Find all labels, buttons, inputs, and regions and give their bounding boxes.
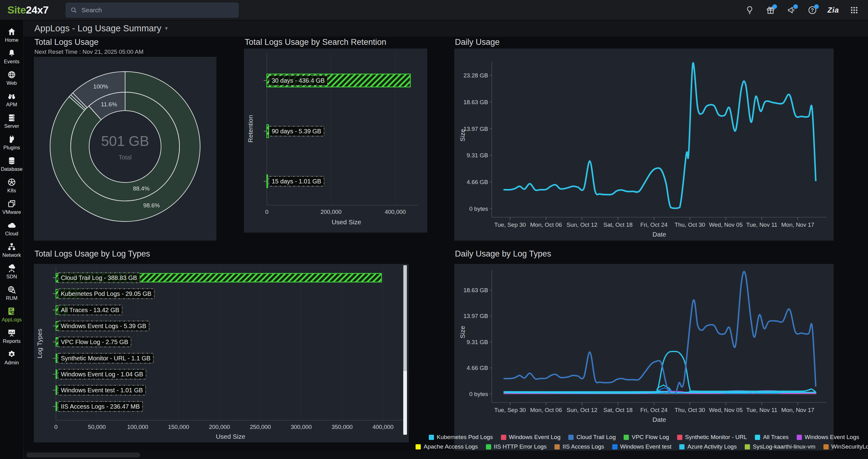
panel-title: Daily Usage — [455, 37, 500, 47]
page-hscrollbar-track[interactable] — [23, 450, 868, 459]
svg-text:Mon, Nov 17: Mon, Nov 17 — [781, 407, 814, 413]
retention-bar-chart[interactable]: 0200,000400,00030 days - 436.4 GB90 days… — [244, 48, 427, 233]
sidebar: HomeEventsWebAPMServerPluginsDatabaseK8s… — [0, 20, 24, 459]
svg-text:Retention: Retention — [247, 115, 254, 142]
total-logs-usage-donut[interactable]: 98.6%100%88.4%11.6%501 GBTotal — [34, 57, 216, 240]
svg-text:18.63 GB: 18.63 GB — [464, 99, 488, 105]
sidebar-item-events[interactable]: Events — [0, 46, 23, 67]
sidebar-item-vmware[interactable]: VMware — [0, 196, 23, 218]
sidebar-item-network[interactable]: Network — [0, 239, 23, 261]
legend-swatch — [555, 444, 560, 450]
gift-icon[interactable] — [765, 4, 776, 16]
notification-dot — [814, 4, 819, 9]
chart-scrollbar-thumb[interactable] — [403, 265, 407, 371]
legend-label: Azure Activity Logs — [687, 443, 737, 450]
svg-text:9.31 GB: 9.31 GB — [467, 152, 488, 159]
legend-label: VPC Flow Log — [632, 434, 669, 440]
legend-item[interactable]: Windows Event test — [612, 443, 672, 450]
sidebar-item-web[interactable]: Web — [0, 67, 23, 89]
legend-item[interactable]: Windows Event Logs — [797, 434, 859, 440]
legend-item[interactable]: SysLog-kaarthi-linux-vm — [745, 443, 815, 450]
cloud-icon — [7, 221, 16, 230]
svg-text:Mon, Oct 06: Mon, Oct 06 — [530, 222, 562, 228]
sidebar-item-plugins[interactable]: Plugins — [0, 132, 23, 153]
zia-icon[interactable]: Zia — [828, 4, 839, 16]
panel-total-logs-usage: Total Logs Usage Next Reset Time : Nov 2… — [34, 37, 216, 240]
megaphone-icon[interactable] — [786, 4, 797, 16]
legend-item[interactable]: Apache Access Logs — [415, 443, 478, 450]
legend-swatch — [624, 435, 629, 440]
sidebar-item-home[interactable]: Home — [0, 24, 23, 46]
sidebar-item-server[interactable]: Server — [0, 110, 23, 132]
svg-text:Used Size: Used Size — [332, 219, 361, 226]
legend-label: WinSecurityLog — [831, 443, 868, 450]
legend-item[interactable]: IIS HTTP Error Logs — [486, 443, 547, 450]
svg-text:IIS Access Logs - 236.47 MB: IIS Access Logs - 236.47 MB — [61, 403, 140, 410]
svg-text:88.4%: 88.4% — [133, 185, 149, 192]
gear-icon — [7, 350, 16, 359]
chart-scrollbar[interactable] — [403, 265, 407, 435]
help-icon[interactable]: ? — [807, 4, 818, 16]
legend-swatch — [429, 435, 434, 440]
log-types-bar-chart[interactable]: 050,000100,000150,000200,000250,000300,0… — [34, 264, 409, 442]
legend-label: Synthetic Monitor - URL — [685, 434, 747, 440]
sidebar-item-cloud[interactable]: Cloud — [0, 218, 23, 239]
sidebar-item-database[interactable]: Database — [0, 153, 23, 175]
legend-item[interactable]: Azure Activity Logs — [679, 443, 737, 450]
sidebar-item-apm[interactable]: APM — [0, 89, 23, 110]
lightbulb-icon[interactable] — [744, 4, 755, 16]
search-input[interactable] — [81, 6, 234, 14]
global-search[interactable] — [66, 3, 239, 18]
legend-item[interactable]: Kubernetes Pod Logs — [429, 434, 493, 440]
daily-usage-line-chart[interactable]: 0 bytes4.66 GB9.31 GB13.97 GB18.63 GB23.… — [454, 48, 834, 240]
daily-by-log-types-line-chart[interactable]: 0 bytes4.66 GB9.31 GB13.97 GB18.63 GBTue… — [454, 264, 834, 431]
chart-legend: Kubernetes Pod LogsWindows Event LogClou… — [454, 431, 834, 450]
sidebar-item-sdn[interactable]: SDN — [0, 261, 23, 282]
chevron-down-icon[interactable]: ▾ — [165, 25, 168, 32]
legend-label: IIS HTTP Error Logs — [494, 443, 547, 450]
sidebar-item-k8s[interactable]: K8s — [0, 175, 23, 196]
svg-text:Windows Event test - 1.01 GB: Windows Event test - 1.01 GB — [61, 387, 143, 394]
legend-item[interactable]: IIS Access Logs — [555, 443, 604, 450]
svg-text:23.28 GB: 23.28 GB — [464, 72, 488, 79]
svg-text:250,000: 250,000 — [250, 424, 271, 430]
page-hscrollbar-thumb[interactable] — [26, 453, 140, 457]
legend-label: Windows Event test — [620, 443, 672, 450]
svg-text:Mon, Oct 06: Mon, Oct 06 — [530, 407, 562, 413]
legend-item[interactable]: Cloud Trail Log — [568, 434, 616, 440]
panel-title: Total Logs Usage by Search Retention — [245, 37, 386, 47]
legend-swatch — [797, 435, 802, 440]
sidebar-item-reports[interactable]: Reports — [0, 325, 23, 347]
next-reset-time: Next Reset Time : Nov 21, 2025 05:00 AM — [34, 48, 144, 55]
svg-text:150,000: 150,000 — [168, 424, 189, 430]
svg-text:?: ? — [811, 7, 814, 12]
page-title[interactable]: AppLogs - Log Usage Summary — [34, 23, 161, 33]
svg-text:Size: Size — [459, 129, 466, 142]
legend-item[interactable]: Windows Event Log — [501, 434, 561, 440]
rum-icon — [7, 285, 16, 294]
legend-item[interactable]: WinSecurityLog — [824, 443, 868, 450]
legend-swatch — [745, 444, 750, 450]
panel-title: Daily Usage by Log Types — [455, 249, 551, 259]
apps-grid-icon[interactable] — [848, 4, 860, 16]
legend-item[interactable]: Synthetic Monitor - URL — [677, 434, 747, 440]
legend-item[interactable]: VPC Flow Log — [624, 434, 669, 440]
svg-text:Windows Event Logs - 5.39 GB: Windows Event Logs - 5.39 GB — [61, 323, 146, 329]
sidebar-item-label: Server — [4, 123, 19, 129]
legend-label: Kubernetes Pod Logs — [437, 434, 493, 440]
panel-daily-by-log-types: Daily Usage by Log Types 0 bytes4.66 GB9… — [454, 249, 834, 452]
svg-text:Thu, Oct 30: Thu, Oct 30 — [675, 222, 705, 228]
svg-text:Sun, Oct 12: Sun, Oct 12 — [566, 407, 597, 413]
svg-text:100,000: 100,000 — [127, 424, 149, 430]
svg-text:30 days - 436.4 GB: 30 days - 436.4 GB — [272, 77, 324, 84]
svg-text:13.97 GB: 13.97 GB — [464, 126, 488, 132]
site24x7-logo[interactable]: Site24x7 — [7, 4, 49, 16]
sidebar-item-rum[interactable]: RUM — [0, 282, 23, 304]
legend-item[interactable]: All Traces — [755, 434, 788, 440]
donut-chart-box: 98.6%100%88.4%11.6%501 GBTotal — [34, 57, 216, 240]
svg-text:Sat, Oct 18: Sat, Oct 18 — [603, 222, 632, 228]
sidebar-item-applogs[interactable]: AppLogs — [0, 304, 23, 325]
sidebar-item-label: APM — [6, 102, 17, 107]
legend-label: Windows Event Logs — [805, 434, 859, 440]
sidebar-item-admin[interactable]: Admin — [0, 347, 23, 368]
